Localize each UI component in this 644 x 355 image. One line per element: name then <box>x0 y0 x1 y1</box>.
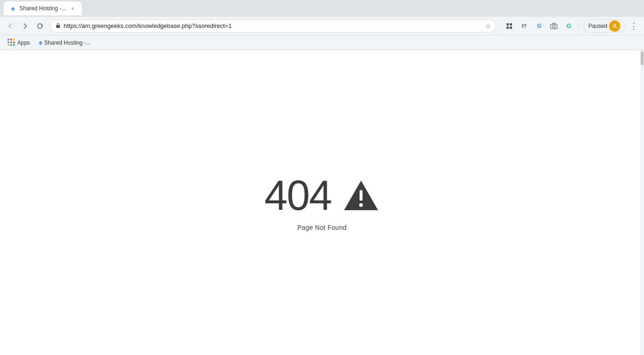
svg-rect-4 <box>510 27 512 29</box>
tab-favicon: e <box>9 5 17 12</box>
forward-button[interactable] <box>19 20 32 33</box>
tab-title: Shared Hosting -... <box>20 5 66 12</box>
shared-hosting-bookmark[interactable]: e Shared Hosting -... <box>35 38 94 48</box>
bookmark-star-icon[interactable]: ☆ <box>485 22 491 30</box>
browser-menu-button[interactable]: ⋮ <box>627 20 640 33</box>
address-bar[interactable]: https://am.greengeeks.com/knowledgebase.… <box>50 20 496 33</box>
error-code-row: 404 <box>264 174 380 216</box>
tab-close-button[interactable]: × <box>69 5 76 12</box>
shared-hosting-label: Shared Hosting -... <box>44 40 91 46</box>
lock-icon <box>55 22 61 29</box>
svg-point-9 <box>359 203 363 207</box>
tab-bar: e Shared Hosting -... × <box>0 0 644 17</box>
apps-grid-icon <box>7 39 15 47</box>
paused-label: Paused <box>588 23 607 29</box>
svg-point-6 <box>552 25 555 28</box>
error-message: Page Not Found <box>297 224 347 231</box>
page-content: 404 Page Not Found <box>0 50 644 355</box>
apps-bookmark[interactable]: Apps <box>4 38 33 48</box>
svg-rect-0 <box>56 25 60 28</box>
scrollbar-thumb[interactable] <box>641 51 644 65</box>
scrollbar-track[interactable] <box>640 50 644 355</box>
profile-avatar: A <box>609 20 620 32</box>
toolbar-divider <box>579 21 579 31</box>
extension-tool-icon[interactable] <box>503 20 516 33</box>
extension-camera-icon[interactable] <box>547 20 560 33</box>
bookmarks-bar: Apps e Shared Hosting -... <box>0 35 644 50</box>
browser-chrome: e Shared Hosting -... × https://am.green… <box>0 0 644 50</box>
svg-rect-1 <box>506 23 509 26</box>
url-text: https://am.greengeeks.com/knowledgebase.… <box>64 22 482 29</box>
error-code: 404 <box>264 174 331 216</box>
svg-rect-2 <box>510 23 512 26</box>
svg-rect-3 <box>506 27 509 29</box>
svg-rect-8 <box>360 190 362 200</box>
paused-button[interactable]: Paused A <box>583 20 625 33</box>
browser-tab[interactable]: e Shared Hosting -... × <box>4 1 82 15</box>
back-button[interactable] <box>4 20 17 33</box>
nav-bar: https://am.greengeeks.com/knowledgebase.… <box>0 17 644 35</box>
toolbar-icons: f? G G Paused A ⋮ <box>503 20 640 33</box>
shared-hosting-favicon: e <box>39 40 42 46</box>
warning-triangle-icon <box>342 179 380 212</box>
extension-grammarly-icon[interactable]: G <box>562 20 575 33</box>
apps-label: Apps <box>17 40 30 46</box>
error-container: 404 Page Not Found <box>264 174 380 231</box>
extension-translate-icon[interactable]: G <box>532 20 545 33</box>
extension-font-icon[interactable]: f? <box>518 20 531 33</box>
refresh-button[interactable] <box>33 20 46 33</box>
